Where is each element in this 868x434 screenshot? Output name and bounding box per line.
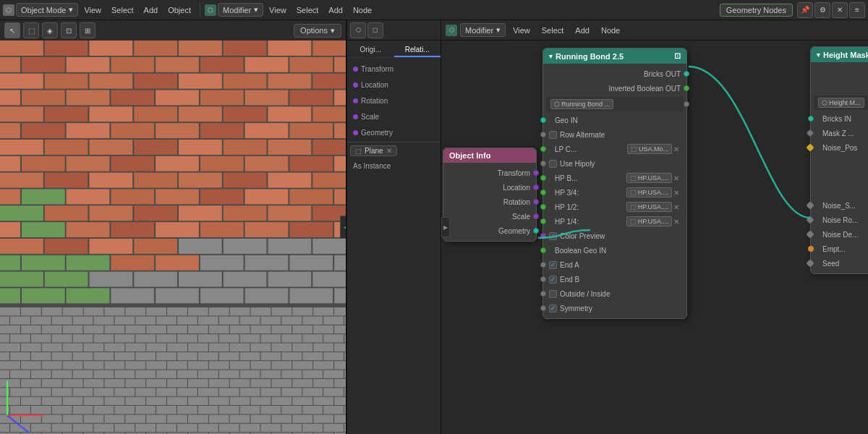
rb-socket-row-alt[interactable] bbox=[540, 132, 546, 137]
settings-icon[interactable]: ⚙ bbox=[814, 2, 830, 18]
node-menu-add[interactable]: Add bbox=[571, 25, 594, 36]
menu-view-right[interactable]: View bbox=[265, 4, 291, 16]
rb-check-symmetry[interactable] bbox=[549, 305, 557, 312]
brush-tool[interactable]: ⊡ bbox=[61, 22, 77, 38]
socket-transform-out[interactable] bbox=[533, 170, 539, 176]
rb-close-hp-b[interactable]: ✕ bbox=[672, 174, 681, 182]
more-icon[interactable]: ≡ bbox=[849, 2, 865, 18]
node-engine-icon[interactable]: ⬡ bbox=[205, 4, 216, 16]
rb-socket-hp-34[interactable] bbox=[540, 190, 546, 195]
rb-check-end-b[interactable] bbox=[549, 276, 557, 284]
rb-socket-hp-14[interactable] bbox=[540, 218, 546, 224]
rb-mini-hp-14-label: HP.USA.... bbox=[638, 218, 668, 225]
close-editor-icon[interactable]: ✕ bbox=[832, 2, 848, 18]
rb-check-row-alt[interactable] bbox=[549, 131, 557, 139]
rb-close-hp-14[interactable]: ✕ bbox=[672, 218, 681, 226]
rb-socket-bool-geo-in[interactable] bbox=[540, 247, 546, 253]
rb-socket-bricks-out[interactable] bbox=[684, 71, 689, 77]
rb-label-hp-34: HP 3/4: bbox=[549, 189, 626, 197]
object-info-node[interactable]: Object Info Transform Location Rotation bbox=[443, 148, 537, 242]
running-bond-node[interactable]: ▾ Running Bond 2.5 ⊡ Bricks OUT Inverted… bbox=[542, 48, 687, 319]
plane-badge[interactable]: ⬚ Plane ✕ bbox=[350, 145, 397, 156]
rb-close-lp-c[interactable]: ✕ bbox=[672, 145, 681, 153]
rb-socket-end-a[interactable] bbox=[540, 262, 546, 268]
plane-close[interactable]: ✕ bbox=[386, 147, 392, 155]
hm-socket-noise-s[interactable] bbox=[806, 201, 814, 209]
hm-socket-noise-pos[interactable] bbox=[806, 143, 814, 151]
node-engine-icon-2[interactable]: ⬡ bbox=[446, 25, 457, 36]
rb-socket-geo-in[interactable] bbox=[540, 117, 546, 123]
rb-socket-inv-bool[interactable] bbox=[684, 85, 689, 91]
socket-geometry-out[interactable] bbox=[533, 228, 539, 234]
engine-icon[interactable]: ⬡ bbox=[3, 4, 14, 16]
menu-object-left[interactable]: Object bbox=[163, 4, 195, 16]
hm-socket-noise-ro[interactable] bbox=[806, 216, 814, 224]
options-button[interactable]: Options ▾ bbox=[294, 24, 341, 38]
modifier-dropdown[interactable]: Modifier ▾ bbox=[218, 3, 263, 17]
node-menu-view[interactable]: View bbox=[509, 25, 535, 36]
rb-close-hp-12[interactable]: ✕ bbox=[672, 203, 681, 211]
rb-row-geo-in: Geo IN bbox=[543, 113, 686, 127]
props-icon-2[interactable]: ▢ bbox=[367, 22, 383, 38]
rb-label-row-alt: Row Alternate bbox=[560, 131, 681, 139]
rb-mini-hp-b[interactable]: ⬚ HP.USA.... bbox=[626, 173, 672, 183]
rb-socket-lp-c[interactable] bbox=[540, 146, 546, 152]
rb-check-end-a[interactable] bbox=[549, 261, 557, 269]
tab-origin[interactable]: Origi... bbox=[347, 43, 394, 57]
rb-socket-inner[interactable] bbox=[684, 101, 689, 107]
menu-view-left[interactable]: View bbox=[80, 4, 106, 16]
hm-socket-seed[interactable] bbox=[806, 259, 814, 267]
props-icon-1[interactable]: ⬡ bbox=[350, 22, 366, 38]
socket-location-out[interactable] bbox=[533, 184, 539, 190]
hm-socket-bricks-in[interactable] bbox=[808, 116, 814, 122]
menu-add-right[interactable]: Add bbox=[324, 4, 347, 16]
node-menu-select[interactable]: Select bbox=[537, 25, 569, 36]
rb-row-outside: Outside / Inside bbox=[543, 286, 686, 301]
hm-socket-noise-de[interactable] bbox=[806, 230, 814, 238]
rb-socket-hp-b[interactable] bbox=[540, 175, 546, 181]
box-select-tool[interactable]: ⬚ bbox=[23, 22, 39, 38]
rb-socket-color-preview[interactable] bbox=[540, 233, 546, 239]
rb-mini-hp-14[interactable]: ⬚ HP.USA.... bbox=[626, 216, 672, 226]
menu-node-right[interactable]: Node bbox=[349, 4, 376, 16]
hm-socket-mask-z[interactable] bbox=[806, 129, 814, 137]
rb-mini-lp-c[interactable]: ⬚ USA.Mo... bbox=[627, 144, 672, 154]
viewport-collapse-arrow[interactable]: ◀ bbox=[340, 216, 347, 239]
menu-select-right[interactable]: Select bbox=[292, 4, 323, 16]
lasso-tool[interactable]: ◈ bbox=[42, 22, 58, 38]
pin-icon[interactable]: 📌 bbox=[797, 2, 813, 18]
hm-inner-icon: ⬡ bbox=[822, 99, 827, 106]
prop-dot-geometry bbox=[353, 130, 358, 135]
rb-socket-hipoly[interactable] bbox=[540, 161, 546, 166]
rb-mini-hp-12[interactable]: ⬚ HP.USA.... bbox=[626, 202, 672, 212]
options-label: Options bbox=[300, 26, 328, 35]
rb-inner-dropdown[interactable]: ⬡ Running Bond ... bbox=[550, 99, 613, 109]
rb-mini-hp-34[interactable]: ⬚ HP.USA.... bbox=[626, 187, 672, 197]
object-mode-dropdown[interactable]: Object Mode ▾ bbox=[16, 3, 78, 17]
rb-socket-symmetry[interactable] bbox=[540, 305, 546, 311]
hm-socket-empt[interactable] bbox=[808, 246, 814, 252]
as-instance-label: As Instance bbox=[353, 162, 435, 170]
node-mode-dropdown[interactable]: Modifier ▾ bbox=[460, 23, 506, 37]
viewport: ↖ ⬚ ◈ ⊡ ⊞ Options ▾ ◀ bbox=[0, 20, 347, 434]
rb-socket-end-b[interactable] bbox=[540, 276, 546, 282]
menu-select-left[interactable]: Select bbox=[107, 4, 138, 16]
socket-scale-out[interactable] bbox=[533, 213, 539, 219]
rb-socket-outside[interactable] bbox=[540, 291, 546, 297]
rb-socket-hp-12[interactable] bbox=[540, 204, 546, 210]
rb-close-hp-34[interactable]: ✕ bbox=[672, 189, 681, 197]
node-menu-node[interactable]: Node bbox=[597, 25, 624, 36]
transform-tool[interactable]: ⊞ bbox=[80, 22, 95, 38]
rb-check-color-preview[interactable] bbox=[549, 232, 557, 240]
label-transform: Transform bbox=[449, 169, 530, 177]
tab-relative[interactable]: Relati... bbox=[394, 43, 441, 57]
rb-check-hipoly[interactable] bbox=[549, 160, 557, 168]
socket-rotation-out[interactable] bbox=[533, 199, 539, 205]
rb-check-outside[interactable] bbox=[549, 290, 557, 298]
height-mask-node[interactable]: ▾ Height Mask 2.5 ⊡ Mask OUT Inv Mask OU… bbox=[810, 46, 868, 274]
editor-collapse-left[interactable]: ▶ bbox=[441, 217, 450, 237]
hm-inner-dropdown[interactable]: ⬡ Height M... bbox=[818, 98, 864, 108]
prop-label-transform: Transform bbox=[361, 65, 435, 73]
menu-add-left[interactable]: Add bbox=[140, 4, 163, 16]
select-tool[interactable]: ↖ bbox=[4, 22, 20, 38]
